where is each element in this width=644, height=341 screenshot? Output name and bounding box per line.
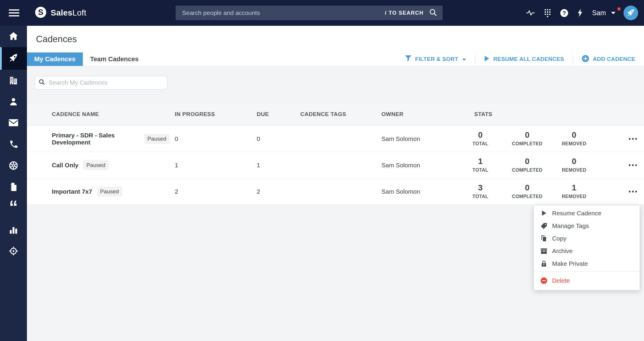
tab-my-cadences[interactable]: My Cadences <box>27 52 83 66</box>
menu-item-copy[interactable]: Copy <box>534 232 640 245</box>
sidebar-item-accounts[interactable] <box>0 70 27 91</box>
stat-completed-value: 0 <box>504 184 551 192</box>
main-content: Cadences My Cadences Team Cadences FILTE… <box>27 26 644 341</box>
sidebar-item-email[interactable] <box>0 112 27 134</box>
search-shortcut-hint: / TO SEARCH <box>385 10 424 16</box>
play-icon <box>540 210 548 216</box>
col-header-in-progress: IN PROGRESS <box>175 111 257 117</box>
play-icon <box>484 56 489 63</box>
row-more-menu-icon[interactable] <box>628 162 638 168</box>
person-people-icon <box>9 97 18 107</box>
stats-group: 0TOTAL 0COMPLETED 0REMOVED <box>457 131 597 146</box>
svg-text:S: S <box>38 8 43 17</box>
in-progress-value: 1 <box>175 162 257 169</box>
tab-team-cadences[interactable]: Team Cadences <box>83 52 146 66</box>
quotes-snippets-icon: “ <box>9 204 18 214</box>
paused-badge: Paused <box>144 134 169 144</box>
cadence-name-link[interactable]: Important 7x7 <box>52 188 92 195</box>
top-right-cluster: ? Sam <box>517 6 644 20</box>
owner-value: Sam Solomon <box>381 162 457 169</box>
lightning-bolt-icon[interactable] <box>577 9 583 17</box>
home-icon <box>9 32 18 42</box>
cadence-search-box[interactable] <box>35 76 167 89</box>
bar-chart-analytics-icon <box>9 226 18 235</box>
sidebar-item-people[interactable] <box>0 91 27 112</box>
owner-value: Sam Solomon <box>381 135 457 142</box>
cadence-name-link[interactable]: Primary - SDR - Sales Development <box>52 132 140 146</box>
table-header-row: CADENCE NAME IN PROGRESS DUE CADENCE TAG… <box>27 103 644 126</box>
menu-item-make-private[interactable]: Make Private <box>534 257 640 270</box>
owner-value: Sam Solomon <box>381 188 457 195</box>
paused-badge: Paused <box>83 160 108 170</box>
col-header-stats: STATS <box>457 111 597 117</box>
table-row[interactable]: Call Only Paused 1 1 Sam Solomon 1TOTAL … <box>27 152 644 178</box>
menu-item-delete[interactable]: Delete <box>534 274 640 287</box>
add-cadence-button[interactable]: ADD CADENCE <box>573 55 644 64</box>
sidebar-item-templates[interactable] <box>0 177 27 198</box>
salesloft-logo[interactable]: S SalesLoft <box>35 6 86 20</box>
activity-pulse-icon[interactable] <box>526 10 535 16</box>
filter-sort-button[interactable]: FILTER & SORT <box>396 55 475 63</box>
search-icon <box>39 79 45 86</box>
help-icon[interactable]: ? <box>560 9 568 17</box>
table-row[interactable]: Primary - SDR - Sales Development Paused… <box>27 126 644 152</box>
sidebar-nav: “ <box>0 26 27 341</box>
search-icon[interactable] <box>429 9 437 17</box>
global-search-input[interactable] <box>181 9 385 17</box>
stat-total-value: 1 <box>457 157 504 166</box>
aperture-conversations-icon <box>9 161 18 171</box>
dialpad-icon[interactable] <box>544 8 551 18</box>
row-more-menu-icon[interactable] <box>628 136 638 142</box>
menu-item-manage-tags[interactable]: Manage Tags <box>534 219 640 232</box>
stat-removed-value: 1 <box>551 184 597 192</box>
avatar[interactable] <box>624 6 638 20</box>
resume-all-cadences-button[interactable]: RESUME ALL CADENCES <box>475 56 573 63</box>
user-menu-name[interactable]: Sam <box>592 9 606 17</box>
in-progress-value: 0 <box>175 135 257 142</box>
table-row[interactable]: Important 7x7 Paused 2 2 Sam Solomon 3TO… <box>27 178 644 205</box>
sidebar-item-snippets[interactable]: “ <box>0 198 27 219</box>
due-value: 0 <box>257 135 300 142</box>
cadence-search-input[interactable] <box>48 79 163 86</box>
envelope-email-icon <box>9 119 18 127</box>
stat-completed-label: COMPLETED <box>504 168 551 173</box>
archive-icon <box>540 248 548 254</box>
menu-item-resume-cadence[interactable]: Resume Cadence <box>534 207 640 219</box>
stat-completed-label: COMPLETED <box>504 141 551 146</box>
col-header-owner: OWNER <box>381 111 457 117</box>
cadence-name-link[interactable]: Call Only <box>52 162 78 169</box>
menu-item-archive[interactable]: Archive <box>534 245 640 257</box>
sidebar-item-calls[interactable] <box>0 134 27 155</box>
phone-calls-icon <box>9 140 18 150</box>
stat-removed-value: 0 <box>551 157 597 166</box>
row-more-menu-icon[interactable] <box>628 188 638 195</box>
col-header-due: DUE <box>257 111 300 117</box>
sidebar-item-conversations[interactable] <box>0 155 27 177</box>
stat-completed-value: 0 <box>504 157 551 166</box>
row-context-menu: Resume Cadence Manage Tags Copy Archive … <box>534 205 640 290</box>
stats-group: 1TOTAL 0COMPLETED 0REMOVED <box>457 157 597 173</box>
salesloft-logo-icon: S <box>35 6 47 20</box>
stat-total-value: 3 <box>457 184 504 192</box>
svg-text:?: ? <box>562 10 566 16</box>
target-live-feed-icon <box>9 246 18 257</box>
sidebar-item-cadences[interactable] <box>0 47 27 70</box>
sidebar-item-analytics[interactable] <box>0 219 27 241</box>
minus-circle-icon <box>540 277 548 284</box>
stat-removed-label: REMOVED <box>551 194 597 199</box>
in-progress-value: 2 <box>175 188 257 195</box>
tag-icon <box>540 223 548 229</box>
funnel-filter-icon <box>405 55 411 63</box>
stat-total-label: TOTAL <box>457 194 504 199</box>
sidebar-item-home[interactable] <box>0 26 27 47</box>
lock-icon <box>540 260 548 267</box>
page-title: Cadences <box>36 34 77 45</box>
sidebar-item-live-feed[interactable] <box>0 241 27 262</box>
user-menu-caret[interactable] <box>611 11 616 15</box>
global-search-bar[interactable]: / TO SEARCH <box>176 6 443 20</box>
hamburger-menu-icon[interactable] <box>9 8 19 18</box>
rocket-cadences-icon <box>9 53 18 64</box>
top-bar: S SalesLoft / TO SEARCH ? Sam <box>0 0 644 26</box>
cadence-search-wrap <box>27 66 644 89</box>
col-header-cadence-tags: CADENCE TAGS <box>300 111 381 117</box>
